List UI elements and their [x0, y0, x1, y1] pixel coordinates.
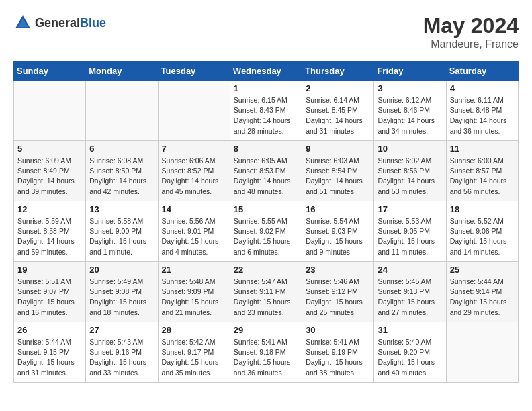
day-number: 11	[450, 144, 515, 154]
day-detail: Sunrise: 5:44 AM Sunset: 9:14 PM Dayligh…	[450, 277, 515, 318]
day-number: 20	[89, 265, 154, 275]
day-detail: Sunrise: 5:52 AM Sunset: 9:06 PM Dayligh…	[450, 216, 515, 257]
calendar-title: May 2024	[423, 13, 519, 38]
day-number: 19	[17, 265, 82, 275]
calendar-week-row: 19Sunrise: 5:51 AM Sunset: 9:07 PM Dayli…	[14, 262, 519, 322]
calendar-header-row: SundayMondayTuesdayWednesdayThursdayFrid…	[14, 62, 519, 81]
day-number: 17	[378, 204, 442, 214]
day-detail: Sunrise: 5:47 AM Sunset: 9:11 PM Dayligh…	[234, 277, 298, 318]
day-number: 12	[17, 204, 82, 214]
day-number: 27	[89, 325, 154, 335]
day-number: 23	[306, 265, 370, 275]
day-detail: Sunrise: 5:59 AM Sunset: 8:58 PM Dayligh…	[17, 216, 82, 257]
calendar-day-cell: 10Sunrise: 6:02 AM Sunset: 8:56 PM Dayli…	[374, 141, 446, 201]
day-number: 1	[234, 83, 298, 93]
calendar-day-cell: 7Sunrise: 6:06 AM Sunset: 8:52 PM Daylig…	[158, 141, 230, 201]
day-number: 18	[450, 204, 515, 214]
day-number: 21	[162, 265, 226, 275]
day-detail: Sunrise: 6:11 AM Sunset: 8:48 PM Dayligh…	[450, 95, 515, 136]
day-detail: Sunrise: 6:05 AM Sunset: 8:53 PM Dayligh…	[234, 156, 298, 197]
calendar-week-row: 5Sunrise: 6:09 AM Sunset: 8:49 PM Daylig…	[14, 141, 519, 201]
day-detail: Sunrise: 6:02 AM Sunset: 8:56 PM Dayligh…	[378, 156, 442, 197]
day-detail: Sunrise: 5:49 AM Sunset: 9:08 PM Dayligh…	[89, 277, 154, 318]
calendar-day-cell	[86, 81, 158, 141]
day-detail: Sunrise: 5:43 AM Sunset: 9:16 PM Dayligh…	[89, 337, 154, 378]
day-detail: Sunrise: 5:51 AM Sunset: 9:07 PM Dayligh…	[17, 277, 82, 318]
page-header: GeneralBlue May 2024 Mandeure, France	[13, 13, 519, 50]
day-number: 8	[234, 144, 298, 154]
calendar-location: Mandeure, France	[423, 38, 519, 50]
day-detail: Sunrise: 5:45 AM Sunset: 9:13 PM Dayligh…	[378, 277, 442, 318]
day-detail: Sunrise: 5:55 AM Sunset: 9:02 PM Dayligh…	[234, 216, 298, 257]
day-number: 5	[17, 144, 82, 154]
day-detail: Sunrise: 5:58 AM Sunset: 9:00 PM Dayligh…	[89, 216, 154, 257]
calendar-day-cell: 8Sunrise: 6:05 AM Sunset: 8:53 PM Daylig…	[230, 141, 302, 201]
day-detail: Sunrise: 5:53 AM Sunset: 9:05 PM Dayligh…	[378, 216, 442, 257]
calendar-day-cell: 18Sunrise: 5:52 AM Sunset: 9:06 PM Dayli…	[446, 201, 518, 262]
day-number: 10	[378, 144, 442, 154]
day-of-week-header: Thursday	[302, 62, 374, 81]
calendar-week-row: 12Sunrise: 5:59 AM Sunset: 8:58 PM Dayli…	[14, 201, 519, 262]
day-detail: Sunrise: 6:12 AM Sunset: 8:46 PM Dayligh…	[378, 95, 442, 136]
day-number: 14	[162, 204, 226, 214]
calendar-day-cell: 12Sunrise: 5:59 AM Sunset: 8:58 PM Dayli…	[14, 201, 86, 262]
day-detail: Sunrise: 6:15 AM Sunset: 8:43 PM Dayligh…	[234, 95, 298, 136]
calendar-day-cell: 4Sunrise: 6:11 AM Sunset: 8:48 PM Daylig…	[446, 81, 518, 141]
calendar-day-cell: 3Sunrise: 6:12 AM Sunset: 8:46 PM Daylig…	[374, 81, 446, 141]
calendar-day-cell: 16Sunrise: 5:54 AM Sunset: 9:03 PM Dayli…	[302, 201, 374, 262]
calendar-day-cell: 21Sunrise: 5:48 AM Sunset: 9:09 PM Dayli…	[158, 262, 230, 322]
day-number: 6	[89, 144, 154, 154]
calendar-day-cell	[158, 81, 230, 141]
calendar-day-cell: 28Sunrise: 5:42 AM Sunset: 9:17 PM Dayli…	[158, 322, 230, 383]
calendar-day-cell	[446, 322, 518, 383]
calendar-day-cell: 9Sunrise: 6:03 AM Sunset: 8:54 PM Daylig…	[302, 141, 374, 201]
day-number: 24	[378, 265, 442, 275]
day-number: 9	[306, 144, 370, 154]
day-number: 29	[234, 325, 298, 335]
calendar-day-cell: 29Sunrise: 5:41 AM Sunset: 9:18 PM Dayli…	[230, 322, 302, 383]
day-number: 30	[306, 325, 370, 335]
day-detail: Sunrise: 5:46 AM Sunset: 9:12 PM Dayligh…	[306, 277, 370, 318]
calendar-day-cell: 11Sunrise: 6:00 AM Sunset: 8:57 PM Dayli…	[446, 141, 518, 201]
day-number: 4	[450, 83, 515, 93]
calendar-day-cell: 23Sunrise: 5:46 AM Sunset: 9:12 PM Dayli…	[302, 262, 374, 322]
calendar-day-cell: 22Sunrise: 5:47 AM Sunset: 9:11 PM Dayli…	[230, 262, 302, 322]
day-number: 2	[306, 83, 370, 93]
calendar-day-cell: 1Sunrise: 6:15 AM Sunset: 8:43 PM Daylig…	[230, 81, 302, 141]
logo-general: General	[35, 16, 80, 30]
day-detail: Sunrise: 5:44 AM Sunset: 9:15 PM Dayligh…	[17, 337, 82, 378]
calendar-week-row: 1Sunrise: 6:15 AM Sunset: 8:43 PM Daylig…	[14, 81, 519, 141]
calendar-day-cell: 30Sunrise: 5:41 AM Sunset: 9:19 PM Dayli…	[302, 322, 374, 383]
day-detail: Sunrise: 6:03 AM Sunset: 8:54 PM Dayligh…	[306, 156, 370, 197]
calendar-day-cell: 24Sunrise: 5:45 AM Sunset: 9:13 PM Dayli…	[374, 262, 446, 322]
day-number: 28	[162, 325, 226, 335]
day-number: 13	[89, 204, 154, 214]
calendar-table: SundayMondayTuesdayWednesdayThursdayFrid…	[13, 61, 519, 383]
calendar-day-cell: 14Sunrise: 5:56 AM Sunset: 9:01 PM Dayli…	[158, 201, 230, 262]
day-detail: Sunrise: 5:54 AM Sunset: 9:03 PM Dayligh…	[306, 216, 370, 257]
day-detail: Sunrise: 6:00 AM Sunset: 8:57 PM Dayligh…	[450, 156, 515, 197]
day-detail: Sunrise: 5:41 AM Sunset: 9:18 PM Dayligh…	[234, 337, 298, 378]
day-number: 7	[162, 144, 226, 154]
day-of-week-header: Saturday	[446, 62, 518, 81]
day-detail: Sunrise: 5:41 AM Sunset: 9:19 PM Dayligh…	[306, 337, 370, 378]
calendar-week-row: 26Sunrise: 5:44 AM Sunset: 9:15 PM Dayli…	[14, 322, 519, 383]
logo-blue: Blue	[80, 16, 106, 30]
calendar-day-cell: 31Sunrise: 5:40 AM Sunset: 9:20 PM Dayli…	[374, 322, 446, 383]
calendar-day-cell: 6Sunrise: 6:08 AM Sunset: 8:50 PM Daylig…	[86, 141, 158, 201]
day-detail: Sunrise: 6:09 AM Sunset: 8:49 PM Dayligh…	[17, 156, 82, 197]
calendar-day-cell: 20Sunrise: 5:49 AM Sunset: 9:08 PM Dayli…	[86, 262, 158, 322]
day-of-week-header: Tuesday	[158, 62, 230, 81]
day-number: 25	[450, 265, 515, 275]
day-detail: Sunrise: 5:56 AM Sunset: 9:01 PM Dayligh…	[162, 216, 226, 257]
calendar-day-cell: 27Sunrise: 5:43 AM Sunset: 9:16 PM Dayli…	[86, 322, 158, 383]
title-block: May 2024 Mandeure, France	[423, 13, 519, 50]
calendar-day-cell: 15Sunrise: 5:55 AM Sunset: 9:02 PM Dayli…	[230, 201, 302, 262]
logo: GeneralBlue	[13, 13, 106, 32]
day-of-week-header: Monday	[86, 62, 158, 81]
calendar-day-cell: 19Sunrise: 5:51 AM Sunset: 9:07 PM Dayli…	[14, 262, 86, 322]
day-number: 22	[234, 265, 298, 275]
day-detail: Sunrise: 6:06 AM Sunset: 8:52 PM Dayligh…	[162, 156, 226, 197]
day-of-week-header: Friday	[374, 62, 446, 81]
day-number: 16	[306, 204, 370, 214]
